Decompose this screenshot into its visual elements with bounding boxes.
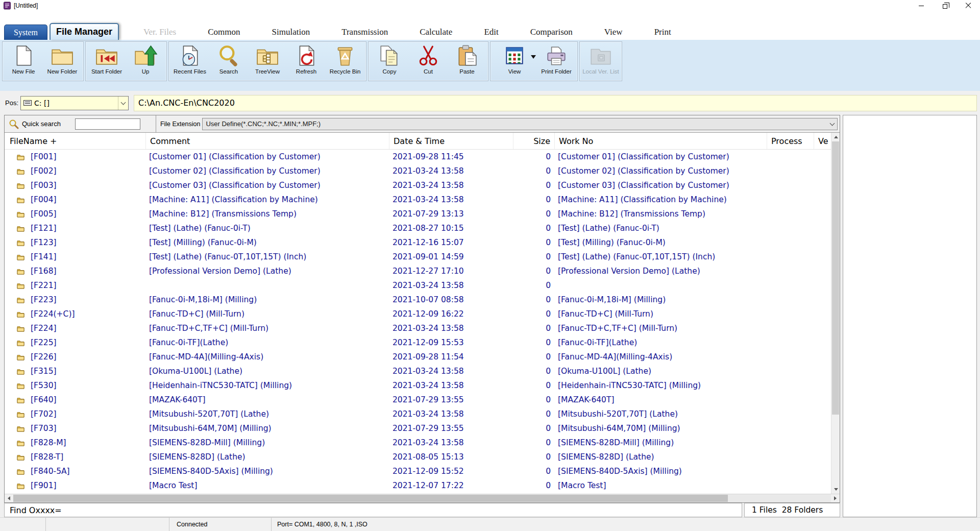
column-header-date-time[interactable]: Date & Time [389, 133, 513, 149]
search-button[interactable]: Search [209, 43, 248, 80]
local-ver-list-icon [589, 44, 612, 67]
scroll-up-button[interactable] [831, 133, 840, 141]
tab-print[interactable]: Print [647, 25, 678, 40]
file-extension-select[interactable]: User Define(*.CNC;*.NC;*.MIN;*.MPF;) [202, 118, 838, 130]
file-row-f225[interactable]: [F225][Fanuc-0i-TF](Lathe)2021-12-09 15:… [5, 335, 840, 350]
file-row-f223[interactable]: [F223][Fanuc-0i-M,18i-M] (Milling)2021-1… [5, 293, 840, 307]
tab-common[interactable]: Common [201, 25, 247, 40]
file-row-f226[interactable]: [F226][Fanuc-MD-4A](Milling-4Axis)2021-0… [5, 350, 840, 364]
cut-button[interactable]: Cut [409, 43, 448, 80]
file-row-f315[interactable]: [F315][Okuma-U100L] (Lathe)2021-03-24 13… [5, 364, 840, 378]
treeview-button[interactable]: TreeView [248, 43, 287, 80]
scroll-right-button[interactable] [831, 494, 840, 502]
column-header-work-no[interactable]: Work No [555, 133, 767, 149]
recent-files-button[interactable]: Recent Files [170, 43, 209, 80]
tab-calculate[interactable]: Calculate [412, 25, 459, 40]
column-header-process[interactable]: Process [767, 133, 814, 149]
up-icon [134, 44, 157, 67]
file-row-f004[interactable]: [F004][Machine: A11] (Classification by … [5, 192, 840, 207]
close-button[interactable] [957, 0, 980, 11]
drive-dropdown-button[interactable] [118, 96, 128, 110]
file-row-f221[interactable]: [F221]2021-03-24 13:580 [5, 278, 840, 293]
view-button[interactable]: View [492, 43, 537, 80]
file-row-f828-m[interactable]: [F828-M][SIEMENS-828D-Mill] (Milling)202… [5, 436, 840, 450]
comment-cell: [Test] (Lathe) (Fanuc-0T,10T,15T) (Inch) [146, 252, 389, 261]
size-cell: 0 [513, 195, 555, 204]
file-extension-dropdown-button[interactable] [827, 118, 837, 130]
file-row-f168[interactable]: [F168][Professional Version Demo] (Lathe… [5, 264, 840, 278]
local-ver-list-button: Local Ver. List [581, 43, 620, 80]
file-row-f703[interactable]: [F703][Mitsubushi-64M,70M] (Milling)2021… [5, 421, 840, 436]
print-folder-button[interactable]: Print Folder [537, 43, 576, 80]
tab-view[interactable]: View [597, 25, 630, 40]
vertical-scrollbar[interactable] [831, 133, 840, 494]
tab-system[interactable]: System [4, 25, 47, 40]
ribbon-tab-bar: SystemFile ManagerVer. FilesCommonSimula… [0, 11, 980, 40]
file-row-f001[interactable]: [F001][Customer 01] (Classification by C… [5, 150, 840, 164]
comment-cell: [Fanuc-TD+C,TF+C] (Mill-Turn) [146, 324, 389, 333]
scroll-left-button[interactable] [5, 494, 13, 502]
refresh-button[interactable]: Refresh [287, 43, 326, 80]
tab-label: Common [208, 27, 240, 37]
comment-cell: [Customer 02] (Classification by Custome… [146, 166, 389, 176]
column-header-filename[interactable]: FileName + [5, 133, 146, 149]
file-row-f901[interactable]: [F901][Macro Test]2021-12-07 17:220[Macr… [5, 478, 840, 493]
drive-select[interactable]: C: [] [20, 96, 129, 110]
tab-label: File Manager [56, 27, 112, 37]
tab-label: Ver. Files [143, 27, 176, 37]
file-name-cell: [F005] [5, 209, 146, 219]
view-dropdown-arrow-icon[interactable] [531, 55, 536, 59]
file-name-cell: [F225] [5, 338, 146, 347]
quick-search-input[interactable] [75, 118, 140, 130]
file-row-f141[interactable]: [F141][Test] (Lathe) (Fanuc-0T,10T,15T) … [5, 250, 840, 264]
file-row-f005[interactable]: [F005][Machine: B12] (Transmissions Temp… [5, 207, 840, 221]
datetime-cell: 2021-03-24 13:58 [389, 381, 513, 390]
file-row-f003[interactable]: [F003][Customer 03] (Classification by C… [5, 178, 840, 192]
main-content: Quick search File Extension User Define(… [0, 115, 980, 517]
column-header-size[interactable]: Size [513, 133, 555, 149]
file-name: [F840-5A] [31, 467, 70, 476]
minimize-button[interactable] [910, 0, 933, 11]
file-name-cell: [F221] [5, 281, 146, 290]
file-row-f121[interactable]: [F121][Test] (Lathe) (Fanuc-0i-T)2021-08… [5, 221, 840, 235]
tab-transmission[interactable]: Transmission [334, 25, 395, 40]
up-button[interactable]: Up [126, 43, 165, 80]
triangle-down-icon [834, 488, 838, 491]
tab-simulation[interactable]: Simulation [265, 25, 317, 40]
file-row-f123[interactable]: [F123][Test] (Milling) (Fanuc-0i-M)2021-… [5, 235, 840, 250]
filter-bar: Quick search File Extension User Define(… [5, 115, 840, 133]
find-box[interactable]: Find Oxxxx= [4, 503, 742, 517]
file-row-f002[interactable]: [F002][Customer 02] (Classification by C… [5, 164, 840, 178]
new-file-button[interactable]: New File [4, 43, 43, 80]
scroll-down-button[interactable] [831, 485, 840, 494]
datetime-cell: 2021-03-24 13:58 [389, 438, 513, 447]
file-row-f840-5a[interactable]: [F840-5A][SIEMENS-840D-5Axis] (Milling)2… [5, 464, 840, 478]
file-row-f530[interactable]: [F530][Heidenhain-iTNC530-TATC] (Milling… [5, 378, 840, 393]
tab-comparison[interactable]: Comparison [523, 25, 580, 40]
size-cell: 0 [513, 409, 555, 419]
tab-file-manager[interactable]: File Manager [50, 23, 119, 40]
workno-cell: [Fanuc-TD+C,TF+C] (Mill-Turn) [555, 324, 767, 333]
file-name: [F002] [31, 166, 57, 176]
restore-button[interactable] [933, 0, 957, 11]
file-row-f224-c[interactable]: [F224(+C)][Fanuc-TD+C] (Mill-Turn)2021-1… [5, 307, 840, 321]
new-folder-button[interactable]: New Folder [43, 43, 82, 80]
paste-button[interactable]: Paste [448, 43, 486, 80]
copy-button[interactable]: Copy [370, 43, 409, 80]
file-row-f224[interactable]: [F224][Fanuc-TD+C,TF+C] (Mill-Turn)2021-… [5, 321, 840, 335]
workno-cell: [Test] (Lathe) (Fanuc-0T,10T,15T) (Inch) [555, 252, 767, 261]
vertical-scroll-thumb[interactable] [832, 141, 839, 415]
tab-edit[interactable]: Edit [477, 25, 505, 40]
tab-label: Simulation [272, 27, 310, 37]
workno-cell: [SIEMENS-828D-Mill] (Milling) [555, 438, 767, 447]
column-header-comment[interactable]: Comment [146, 133, 389, 149]
start-folder-button[interactable]: Start Folder [87, 43, 126, 80]
current-path-field[interactable]: C:\An.CNC-En\CNC2020 [134, 95, 977, 111]
file-row-f640[interactable]: [F640][MAZAK-640T]2021-07-29 13:550[MAZA… [5, 393, 840, 407]
file-row-f828-t[interactable]: [F828-T][SIEMENS-828D] (Lathe)2021-08-05… [5, 450, 840, 464]
recycle-bin-button[interactable]: Recycle Bin [326, 43, 364, 80]
file-row-f702[interactable]: [F702][Mitsubushi-520T,70T] (Lathe)2021-… [5, 407, 840, 421]
workno-cell: [Test] (Milling) (Fanuc-0i-M) [555, 238, 767, 247]
horizontal-scrollbar[interactable] [5, 494, 840, 502]
horizontal-scroll-thumb[interactable] [13, 495, 728, 502]
